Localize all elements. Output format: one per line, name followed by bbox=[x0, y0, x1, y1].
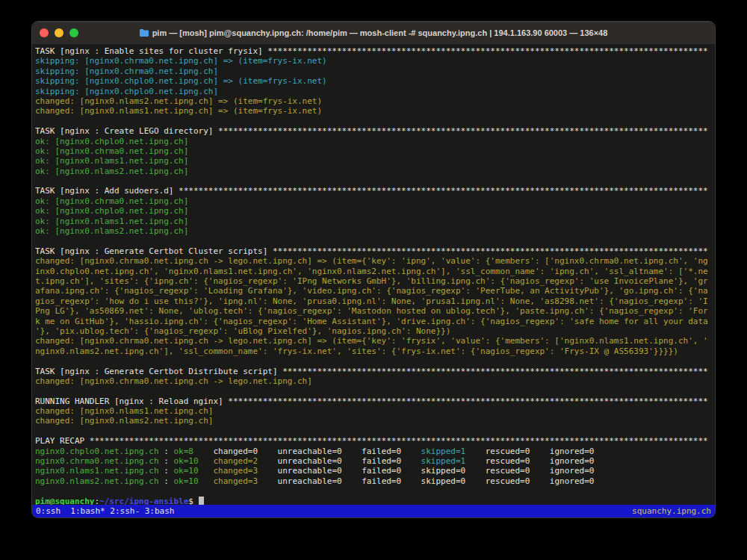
terminal-text: unreachable=0 failed=0 skipped=0 rescued… bbox=[258, 466, 594, 476]
terminal-text: ok: [nginx0.nlams1.net.ipng.ch] bbox=[35, 156, 188, 166]
skipping-line: skipping: [nginx0.chplo0.net.ipng.ch] =>… bbox=[35, 76, 715, 86]
terminal-text bbox=[199, 476, 214, 486]
changed-line: changed: [nginx0.nlams2.net.ipng.ch] => … bbox=[35, 96, 715, 106]
terminal-text: ok: [nginx0.chrma0.net.ipng.ch] bbox=[35, 146, 188, 156]
terminal-text: changed: [nginx0.nlams1.net.ipng.ch] bbox=[35, 406, 213, 416]
tmux-window-list[interactable]: 0:ssh 1:bash* 2:ssh- 3:bash bbox=[36, 506, 174, 516]
terminal-text: : bbox=[159, 456, 174, 466]
window-titlebar: pim — [mosh] pim@squanchy.ipng.ch: /home… bbox=[32, 22, 715, 44]
terminal-text: nginx0.nlams2.net.ipng.ch bbox=[35, 476, 159, 486]
tmux-status-bar: 0:ssh 1:bash* 2:ssh- 3:bash squanchy.ipn… bbox=[32, 505, 715, 517]
task-header-line: TASK [nginx : Enable sites for cluster f… bbox=[35, 46, 715, 56]
terminal-text: ok=8 bbox=[173, 447, 193, 456]
ok-line: ok: [nginx0.chplo0.net.ipng.ch] bbox=[35, 206, 715, 216]
changed-line: t.ipng.ch'], 'sites': {'ipng.ch': {'nagi… bbox=[35, 276, 715, 286]
ok-line: ok: [nginx0.chrma0.net.ipng.ch] bbox=[35, 196, 715, 206]
ok-line: ok: [nginx0.nlams1.net.ipng.ch] bbox=[35, 217, 715, 226]
terminal-text: ok: [nginx0.chrma0.net.ipng.ch] bbox=[35, 196, 188, 206]
terminal-cursor bbox=[199, 497, 204, 505]
terminal-text: inx0.chplo0.net.ipng.ch', 'nginx0.nlams1… bbox=[35, 267, 708, 276]
handler-header-line: RUNNING HANDLER [nginx : Reload nginx] *… bbox=[35, 396, 715, 406]
terminal-text: rescued=0 ignored=0 bbox=[465, 456, 594, 466]
minimize-button[interactable] bbox=[55, 28, 63, 37]
ok-line: ok: [nginx0.nlams2.net.ipng.ch] bbox=[35, 167, 715, 176]
task-header-line: TASK [nginx : Generate Certbot Distribut… bbox=[35, 367, 715, 376]
changed-line: changed: [nginx0.chrma0.net.ipng.ch -> l… bbox=[35, 336, 715, 346]
terminal-text: k me on GitHub'}, 'hassio.ipng.ch': {'na… bbox=[35, 317, 708, 326]
ok-line: ok: [nginx0.chrma0.net.ipng.ch] bbox=[35, 146, 715, 156]
skipping-line: skipping: [nginx0.chplo0.net.ipng.ch] bbox=[35, 87, 715, 96]
changed-line: changed: [nginx0.chrma0.net.ipng.ch -> l… bbox=[35, 256, 715, 266]
terminal-text: skipped=1 bbox=[421, 456, 466, 466]
terminal-text: nginx0.chrma0.net.ipng.ch bbox=[35, 456, 159, 466]
task-header-line: TASK [nginx : Create LEGO directory] ***… bbox=[35, 126, 715, 136]
terminal-text: ok: [nginx0.chplo0.net.ipng.ch] bbox=[35, 206, 188, 216]
terminal-text: skipping: [nginx0.chrma0.net.ipng.ch] =>… bbox=[35, 56, 327, 66]
terminal-text: TASK [nginx : Enable sites for cluster f… bbox=[35, 46, 708, 56]
blank-line bbox=[35, 426, 715, 436]
changed-line: k me on GitHub'}, 'hassio.ipng.ch': {'na… bbox=[35, 317, 715, 326]
task-header-line: TASK [nginx : Generate Certbot Cluster s… bbox=[35, 246, 715, 256]
recap-row: nginx0.nlams1.net.ipng.ch : ok=10 change… bbox=[35, 466, 715, 476]
ok-line: ok: [nginx0.chplo0.net.ipng.ch] bbox=[35, 137, 715, 146]
terminal-text: ok: [nginx0.nlams2.net.ipng.ch] bbox=[35, 226, 188, 236]
terminal-text: TASK [nginx : Create LEGO directory] ***… bbox=[35, 126, 708, 136]
terminal-text: Png LG'}, 'as50869.net': None, 'ublog.te… bbox=[35, 306, 708, 316]
terminal-text: rescued=0 ignored=0 bbox=[465, 447, 594, 456]
terminal-text: changed: [nginx0.chrma0.net.ipng.ch -> l… bbox=[35, 376, 312, 386]
terminal-text: changed: [nginx0.nlams1.net.ipng.ch] => … bbox=[35, 106, 322, 116]
changed-line: Png LG'}, 'as50869.net': None, 'ublog.te… bbox=[35, 306, 715, 316]
terminal-text: '}, 'pix.ublog.tech': {'nagios_regexp': … bbox=[35, 326, 450, 336]
terminal-text: gios_regexp': 'how do i use this?'}, 'ip… bbox=[35, 296, 708, 306]
terminal-text bbox=[199, 466, 214, 476]
terminal-window: pim — [mosh] pim@squanchy.ipng.ch: /home… bbox=[31, 21, 716, 518]
terminal-text: changed=3 bbox=[213, 466, 258, 476]
terminal-text: PLAY RECAP *****************************… bbox=[35, 436, 708, 446]
blank-line bbox=[35, 236, 715, 246]
terminal-text: nginx0.chplo0.net.ipng.ch bbox=[35, 447, 159, 456]
changed-line: changed: [nginx0.nlams1.net.ipng.ch] => … bbox=[35, 106, 715, 116]
blank-line bbox=[35, 116, 715, 126]
terminal-text: skipped=1 bbox=[421, 447, 466, 456]
terminal-text: TASK [nginx : Generate Certbot Distribut… bbox=[35, 367, 708, 376]
terminal-screen[interactable]: TASK [nginx : Enable sites for cluster f… bbox=[32, 44, 715, 508]
terminal-text: ok: [nginx0.nlams1.net.ipng.ch] bbox=[35, 217, 188, 226]
changed-line: changed: [nginx0.nlams2.net.ipng.ch] bbox=[35, 416, 715, 426]
folder-icon bbox=[140, 29, 149, 37]
ok-line: ok: [nginx0.nlams1.net.ipng.ch] bbox=[35, 156, 715, 166]
blank-line bbox=[35, 486, 715, 496]
changed-line: changed: [nginx0.chrma0.net.ipng.ch -> l… bbox=[35, 376, 715, 386]
terminal-text: : bbox=[159, 466, 174, 476]
terminal-text: changed: [nginx0.chrma0.net.ipng.ch -> l… bbox=[35, 256, 708, 266]
terminal-text: unreachable=0 failed=0 skipped=0 rescued… bbox=[258, 476, 594, 486]
ok-line: ok: [nginx0.nlams2.net.ipng.ch] bbox=[35, 226, 715, 236]
terminal-text: ok=10 bbox=[173, 476, 198, 486]
terminal-text: ok: [nginx0.chplo0.net.ipng.ch] bbox=[35, 137, 188, 146]
terminal-text: changed: [nginx0.nlams2.net.ipng.ch] => … bbox=[35, 96, 322, 106]
changed-line: gios_regexp': 'how do i use this?'}, 'ip… bbox=[35, 296, 715, 306]
terminal-text: unreachable=0 failed=0 bbox=[258, 456, 421, 466]
changed-line: changed: [nginx0.nlams1.net.ipng.ch] bbox=[35, 406, 715, 416]
zoom-button[interactable] bbox=[69, 28, 78, 37]
terminal-text: TASK [nginx : Add sudoers.d] ***********… bbox=[35, 186, 708, 196]
close-button[interactable] bbox=[40, 28, 49, 37]
terminal-text: nginx0.nlams1.net.ipng.ch bbox=[35, 466, 159, 476]
terminal-text: changed: [nginx0.nlams2.net.ipng.ch] bbox=[35, 416, 213, 426]
terminal-text: ok=10 bbox=[173, 456, 198, 466]
terminal-text: skipping: [nginx0.chplo0.net.ipng.ch] bbox=[35, 87, 218, 96]
terminal-text: changed=3 bbox=[213, 476, 258, 486]
skipping-line: skipping: [nginx0.chrma0.net.ipng.ch] =>… bbox=[35, 56, 715, 66]
terminal-text: ok=10 bbox=[173, 466, 198, 476]
skipping-line: skipping: [nginx0.chrma0.net.ipng.ch] bbox=[35, 66, 715, 76]
recap-row: nginx0.chrma0.net.ipng.ch : ok=10 change… bbox=[35, 456, 715, 466]
blank-line bbox=[35, 356, 715, 366]
terminal-text: skipping: [nginx0.chrma0.net.ipng.ch] bbox=[35, 66, 218, 76]
terminal-text: t.ipng.ch'], 'sites': {'ipng.ch': {'nagi… bbox=[35, 276, 708, 286]
traffic-lights bbox=[40, 22, 78, 44]
recap-row: nginx0.nlams2.net.ipng.ch : ok=10 change… bbox=[35, 476, 715, 486]
terminal-text: nginx0.nlams2.net.ipng.ch'], 'ssl_common… bbox=[35, 346, 678, 356]
terminal-text: changed: [nginx0.chrma0.net.ipng.ch -> l… bbox=[35, 336, 708, 346]
changed-line: nginx0.nlams2.net.ipng.ch'], 'ssl_common… bbox=[35, 346, 715, 356]
blank-line bbox=[35, 176, 715, 186]
terminal-text: skipping: [nginx0.chplo0.net.ipng.ch] =>… bbox=[35, 76, 327, 86]
